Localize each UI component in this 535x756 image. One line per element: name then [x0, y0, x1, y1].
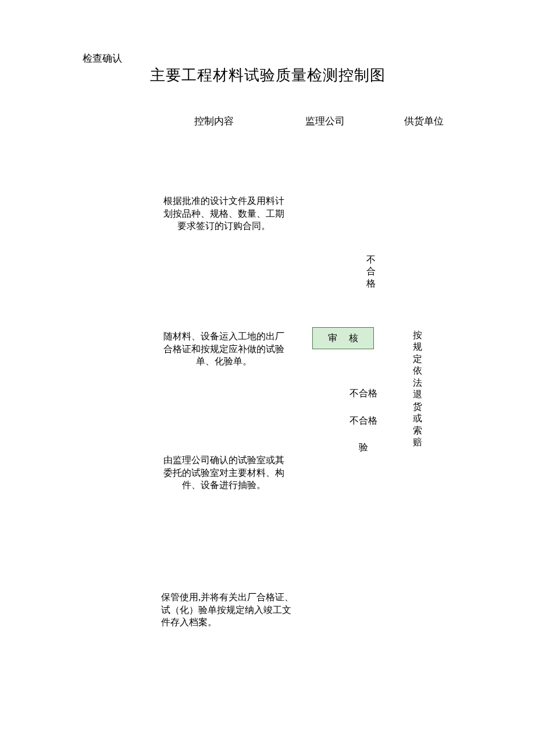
content-block-3: 由监理公司确认的试验室或其委托的试验室对主要材料、构件、设备进行抽验。 — [161, 454, 286, 492]
column-header-supervisor: 监理公司 — [305, 114, 345, 128]
content-block-4: 保管使用,并将有关出厂合格证、试（化）验单按规定纳入竣工文件存入档案。 — [161, 591, 295, 629]
label-unqualified-2: 不合格 — [349, 415, 377, 427]
column-header-supplier: 供货单位 — [404, 114, 444, 128]
label-inspect: 验 — [359, 442, 368, 454]
column-header-content: 控制内容 — [194, 114, 234, 128]
audit-box: 审 核 — [312, 327, 374, 349]
vertical-text-return: 按规定依法退货或索赔 — [412, 329, 423, 449]
label-unqualified-1: 不合格 — [349, 388, 377, 400]
main-title: 主要工程材料试验质量检测控制图 — [0, 65, 535, 85]
content-block-2: 随材料、设备运入工地的出厂合格证和按规定应补做的试验单、化验单。 — [161, 330, 286, 368]
content-block-1: 根据批准的设计文件及用料计划按品种、规格、数量、工期要求签订的订购合同。 — [161, 195, 286, 232]
corner-text: 检查确认 — [83, 52, 122, 65]
vertical-text-unqualified: 不合格 — [366, 254, 376, 289]
